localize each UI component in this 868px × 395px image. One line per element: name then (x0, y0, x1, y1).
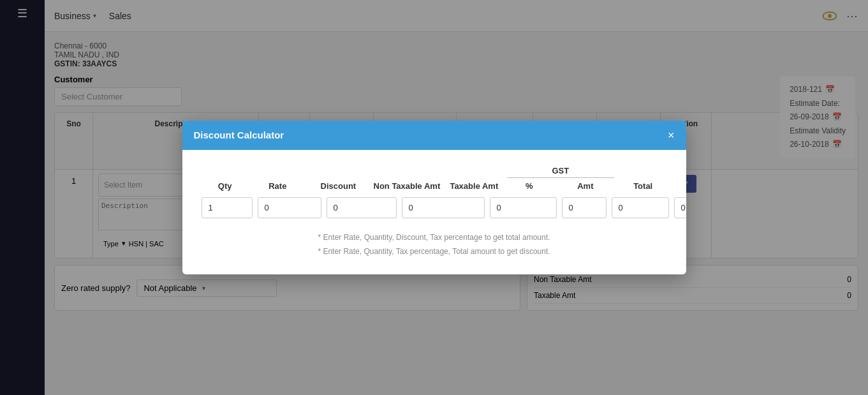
calc-rate-input[interactable] (258, 197, 321, 218)
calc-discount-input[interactable] (327, 197, 397, 218)
col-header-qty: Qty (204, 181, 246, 191)
calc-column-headers: Qty Rate Discount Non Taxable Amt Taxabl… (202, 166, 667, 191)
calc-total-input[interactable] (674, 197, 686, 218)
col-header-gst-amt: Amt (557, 181, 614, 191)
col-header-rate: Rate (251, 181, 304, 191)
modal-close-button[interactable]: × (668, 130, 675, 141)
col-header-non-taxable: Non Taxable Amt (372, 181, 441, 191)
modal-header: Discount Calculator × (182, 121, 686, 150)
col-header-taxable: Taxable Amt (446, 181, 502, 191)
calc-non-taxable-input[interactable] (402, 197, 485, 218)
col-header-gst-pct: % (507, 181, 552, 191)
calc-gst-pct-input[interactable] (562, 197, 607, 218)
modal-title: Discount Calculator (194, 130, 284, 140)
gst-group-header: GST % Amt (507, 166, 614, 191)
hint-text: * Enter Rate, Quantity, Discount, Tax pe… (202, 231, 667, 258)
discount-calculator-modal: Discount Calculator × Qty Rate Discount … (182, 121, 686, 274)
calc-inputs-row (202, 197, 667, 218)
modal-overlay: Discount Calculator × Qty Rate Discount … (0, 0, 868, 395)
col-header-discount: Discount (309, 181, 367, 191)
calc-taxable-input[interactable] (490, 197, 557, 218)
calc-qty-input[interactable] (202, 197, 253, 218)
modal-body: Qty Rate Discount Non Taxable Amt Taxabl… (182, 150, 686, 274)
calc-gst-amt-input[interactable] (612, 197, 669, 218)
gst-sub-headers: % Amt (507, 181, 614, 191)
gst-label: GST (507, 166, 614, 178)
col-header-total: Total (619, 181, 667, 191)
